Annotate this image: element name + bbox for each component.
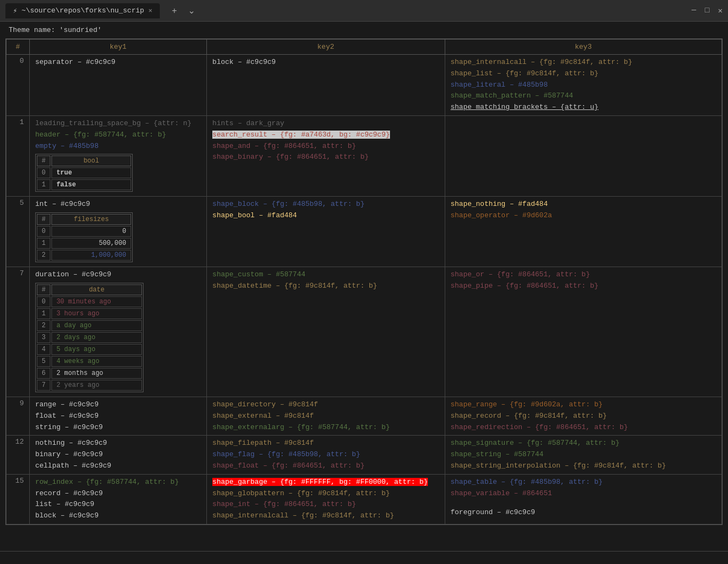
titlebar-actions: + ⌄ xyxy=(168,4,198,17)
row9-col2: shape_directory – #9c814f shape_external… xyxy=(207,397,445,435)
maximize-button[interactable]: □ xyxy=(705,6,709,15)
mini-val-5d: 5 days ago xyxy=(51,344,142,355)
mini-val-2y: 2 years ago xyxy=(51,380,142,391)
mini-row-3: 3 xyxy=(37,332,50,343)
active-tab[interactable]: ⚡ ~\source\repos\forks\nu_scrip ✕ xyxy=(5,3,160,18)
row5-col3: shape_nothing – #fad484 shape_operator –… xyxy=(445,197,722,267)
mini-th-hash: # xyxy=(37,284,50,295)
text: shape_table – {fg: #485b98, attr: b} xyxy=(451,477,716,488)
row0-col1: separator – #c9c9c9 xyxy=(29,55,206,116)
new-tab-button[interactable]: + xyxy=(168,4,180,17)
row1-col3 xyxy=(445,115,722,196)
table-row: 9 range – #c9c9c9 float – #c9c9c9 string… xyxy=(6,397,722,435)
text: shape_range – {fg: #9d602a, attr: b} xyxy=(451,399,716,411)
mini-row-2: 2 xyxy=(37,320,50,331)
text: empty – #485b98 xyxy=(35,141,201,152)
text: shape_string_interpolation – {fg: #9c814… xyxy=(451,461,716,472)
text: shape_redirection – {fg: #864651, attr: … xyxy=(451,422,716,433)
mini-th-bool: bool xyxy=(51,155,131,166)
text: int – #c9c9c9 xyxy=(35,199,201,210)
row-num-0: 0 xyxy=(6,55,30,116)
mini-val-true: true xyxy=(51,167,131,178)
text: binary – #c9c9c9 xyxy=(35,449,201,461)
text: shape_float – {fg: #864651, attr: b} xyxy=(212,461,439,472)
main-content: # key1 key2 key3 0 separator – #c9c9c9 b… xyxy=(5,38,723,525)
titlebar: ⚡ ~\source\repos\forks\nu_scrip ✕ + ⌄ ─ … xyxy=(0,0,728,22)
text: shape_match_pattern – #587744 xyxy=(451,90,716,102)
text: shape_globpattern – {fg: #9c814f, attr: … xyxy=(212,488,439,500)
mini-val-1m: 1,000,000 xyxy=(51,250,131,261)
mini-row-1: 1 xyxy=(37,179,50,190)
data-table: # key1 key2 key3 0 separator – #c9c9c9 b… xyxy=(6,39,722,524)
row15-col2: shape_garbage – {fg: #FFFFFF, bg: #FF000… xyxy=(207,474,445,524)
text: shape_flag – {fg: #485b98, attr: b} xyxy=(212,449,439,461)
text: shape_external – #9c814f xyxy=(212,411,439,422)
window-controls: ─ □ ✕ xyxy=(692,6,723,15)
mini-val-2d: 2 days ago xyxy=(51,332,142,343)
tab-label: ~\source\repos\forks\nu_scrip xyxy=(22,7,144,15)
text: shape_variable – #864651 xyxy=(451,488,716,500)
row12-col1: nothing – #c9c9c9 binary – #c9c9c9 cellp… xyxy=(29,436,206,474)
text: shape_string – #587744 xyxy=(451,449,716,461)
row0-col3: shape_internalcall – {fg: #9c814f, attr:… xyxy=(445,55,722,116)
text: nothing – #c9c9c9 xyxy=(35,438,201,449)
mini-val-500k: 500,000 xyxy=(51,238,131,249)
mini-th-hash: # xyxy=(37,155,50,166)
text: shape_directory – #9c814f xyxy=(212,399,439,411)
row12-col2: shape_filepath – #9c814f shape_flag – {f… xyxy=(207,436,445,474)
text: shape_or – {fg: #864651, attr: b} xyxy=(451,269,716,281)
row-num-9: 9 xyxy=(6,397,30,435)
text: shape_externalarg – {fg: #587744, attr: … xyxy=(212,422,439,433)
text: shape_literal – #485b98 xyxy=(451,80,716,91)
mini-table-bool: #bool 0true 1false xyxy=(35,154,133,192)
tab-dropdown-button[interactable]: ⌄ xyxy=(185,4,198,17)
mini-row-1: 1 xyxy=(37,238,50,249)
text: float – #c9c9c9 xyxy=(35,411,201,422)
theme-line: Theme name: 'sundried' xyxy=(0,22,728,38)
minimize-button[interactable]: ─ xyxy=(692,6,696,15)
text: header – {fg: #587744, attr: b} xyxy=(35,129,201,141)
row7-col2: shape_custom – #587744 shape_datetime – … xyxy=(207,267,445,397)
table-row: 7 duration – #c9c9c9 #date 030 minutes a… xyxy=(6,267,722,397)
text: shape_datetime – {fg: #9c814f, attr: b} xyxy=(212,281,439,292)
text: duration – #c9c9c9 xyxy=(35,269,201,281)
text: shape_pipe – {fg: #864651, attr: b} xyxy=(451,281,716,292)
text: shape_list – {fg: #9c814f, attr: b} xyxy=(451,68,716,80)
mini-val-4w: 4 weeks ago xyxy=(51,356,142,367)
text: shape_operator – #9d602a xyxy=(451,210,716,222)
text: leading_trailing_space_bg – {attr: n} xyxy=(35,118,201,129)
row9-col1: range – #c9c9c9 float – #c9c9c9 string –… xyxy=(29,397,206,435)
terminal-icon: ⚡ xyxy=(13,7,17,15)
table-row: 0 separator – #c9c9c9 block – #c9c9c9 sh… xyxy=(6,55,722,116)
text: shape_and – {fg: #864651, attr: b} xyxy=(212,141,439,152)
text: shape_garbage – {fg: #FFFFFF, bg: #FF000… xyxy=(212,477,439,488)
mini-th-hash: # xyxy=(37,214,50,225)
text: shape_filepath – #9c814f xyxy=(212,438,439,449)
col-key1: key1 xyxy=(29,40,206,55)
table-row: 15 row_index – {fg: #587744, attr: b} re… xyxy=(6,474,722,524)
row9-col3: shape_range – {fg: #9d602a, attr: b} sha… xyxy=(445,397,722,435)
text: cellpath – #c9c9c9 xyxy=(35,461,201,472)
mini-table-date: #date 030 minutes ago 13 hours ago 2a da… xyxy=(35,283,144,392)
text: string – #c9c9c9 xyxy=(35,422,201,433)
close-button[interactable]: ✕ xyxy=(718,6,723,15)
mini-th-date: date xyxy=(51,284,142,295)
text: search_result – {fg: #a7463d, bg: #c9c9c… xyxy=(212,129,439,141)
mini-th-filesizes: filesizes xyxy=(51,214,131,225)
tab-close-button[interactable]: ✕ xyxy=(148,7,152,15)
text: shape_signature – {fg: #587744, attr: b} xyxy=(451,438,716,449)
mini-val-0: 0 xyxy=(51,226,131,237)
text: shape_int – {fg: #864651, attr: b} xyxy=(212,499,439,510)
mini-row-6: 6 xyxy=(37,368,50,379)
text: shape_custom – #587744 xyxy=(212,269,439,281)
row-num-12: 12 xyxy=(6,436,30,474)
row1-col2: hints – dark_gray search_result – {fg: #… xyxy=(207,115,445,196)
text: shape_bool – #fad484 xyxy=(212,210,439,222)
mini-val-false: false xyxy=(51,179,131,190)
row15-col1: row_index – {fg: #587744, attr: b} recor… xyxy=(29,474,206,524)
table-row: 5 int – #c9c9c9 #filesizes 00 1500,000 2… xyxy=(6,197,722,267)
row-num-7: 7 xyxy=(6,267,30,397)
text: foreground – #c9c9c9 xyxy=(451,507,716,518)
mini-val-1d: a day ago xyxy=(51,320,142,331)
mini-table-filesizes: #filesizes 00 1500,000 21,000,000 xyxy=(35,212,133,262)
